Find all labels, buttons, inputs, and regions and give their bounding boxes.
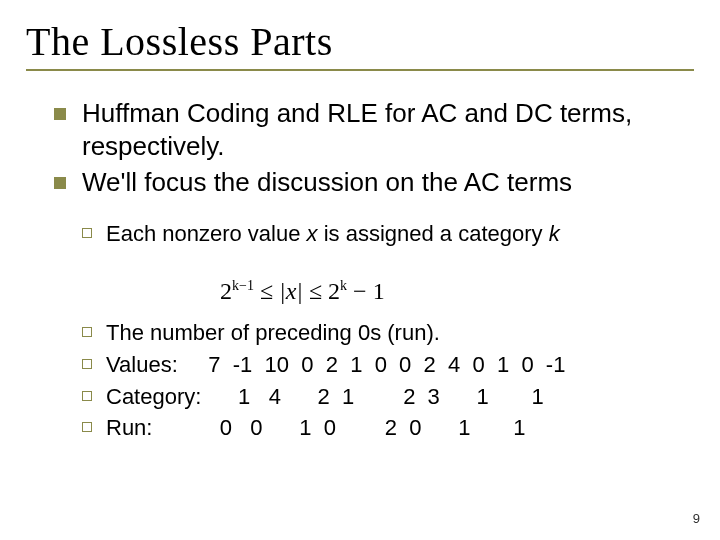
bullet-text: Huffman Coding and RLE for AC and DC ter… [82,98,632,161]
formula-inequality: 2k−1 ≤ |x| ≤ 2k − 1 [220,278,385,305]
variable-x: x [307,221,318,246]
open-square-bullet-icon [82,422,92,432]
values-row: Values: 7 -1 10 0 2 1 0 0 2 4 0 1 0 -1 [106,352,565,377]
square-bullet-icon [54,108,66,120]
formula-base: 2 [220,278,232,304]
bullet-text-part: Each nonzero value [106,221,307,246]
formula-exponent: k−1 [232,278,254,293]
variable-k: k [549,221,560,246]
slide-title: The Lossless Parts [26,18,694,65]
formula-leq: ≤ [303,278,328,304]
run-row: Run: 0 0 1 0 2 0 1 1 [106,415,525,440]
bullet-text-part: is assigned a category [318,221,549,246]
bullet-list-level2: Each nonzero value x is assigned a categ… [82,219,694,443]
open-square-bullet-icon [82,359,92,369]
title-underline: The Lossless Parts [26,18,694,71]
open-square-bullet-icon [82,228,92,238]
square-bullet-icon [54,177,66,189]
formula-tail: − 1 [347,278,385,304]
bullet-item: Each nonzero value x is assigned a categ… [82,219,694,249]
bullet-item: Huffman Coding and RLE for AC and DC ter… [54,97,694,162]
open-square-bullet-icon [82,391,92,401]
bullet-item: The number of preceding 0s (run). [82,318,694,348]
slide: The Lossless Parts Huffman Coding and RL… [0,0,720,540]
bullet-item: Run: 0 0 1 0 2 0 1 1 [82,413,694,443]
bullet-item: We'll focus the discussion on the AC ter… [54,166,694,199]
bullet-text: We'll focus the discussion on the AC ter… [82,167,572,197]
bullet-item: Category: 1 4 2 1 2 3 1 1 [82,382,694,412]
formula-base: 2 [328,278,340,304]
bullet-text: The number of preceding 0s (run). [106,320,440,345]
open-square-bullet-icon [82,327,92,337]
bullet-item: Values: 7 -1 10 0 2 1 0 0 2 4 0 1 0 -1 [82,350,694,380]
page-number: 9 [693,511,700,526]
formula-leq: ≤ [254,278,279,304]
category-row: Category: 1 4 2 1 2 3 1 1 [106,384,544,409]
formula-abs-x: |x| [279,278,303,304]
bullet-list-level1: Huffman Coding and RLE for AC and DC ter… [54,97,694,199]
